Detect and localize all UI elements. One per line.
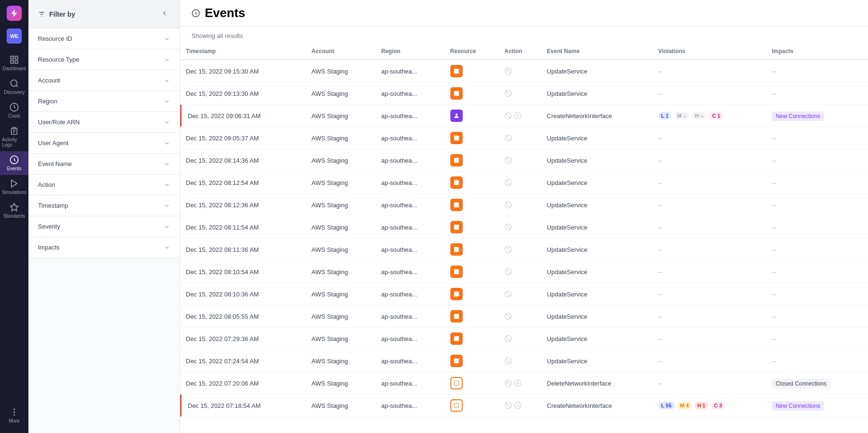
app-logo [7, 6, 22, 21]
sidebar-item-dashboard[interactable]: Dashboard [0, 51, 28, 75]
chevron-down-icon [164, 223, 170, 230]
sidebar-item-more[interactable]: More [0, 404, 28, 427]
sidebar-item-costs[interactable]: Costs [0, 99, 28, 122]
cell-impacts: -- [766, 261, 868, 283]
sidebar-item-activity-logs[interactable]: Activity Logs [0, 122, 28, 151]
violations-dash: -- [658, 157, 663, 164]
table-row[interactable]: Dec 15, 2022 09:05:37 AM AWS Staging ap-… [180, 127, 868, 149]
impact-badge: Closed Connections [772, 379, 830, 388]
svg-marker-10 [11, 180, 17, 187]
cell-event-name: UpdateService [541, 328, 653, 350]
filter-sidebar: Filter by Resource ID Resource Type Acco… [28, 0, 180, 433]
table-row[interactable]: Dec 15, 2022 08:05:55 AM AWS Staging ap-… [180, 305, 868, 328]
svg-rect-39 [454, 203, 459, 208]
cell-impacts: -- [766, 127, 868, 149]
svg-rect-30 [454, 136, 459, 141]
sidebar-item-standards[interactable]: Standards [0, 199, 28, 222]
cell-action [499, 305, 541, 328]
action-icons [504, 313, 535, 320]
action-icons [504, 290, 535, 298]
impacts-dash: -- [772, 179, 776, 186]
cell-timestamp: Dec 15, 2022 08:10:54 AM [180, 261, 306, 283]
violations-cell: L 55M 4H 1C 3 [658, 402, 761, 409]
cell-impacts: -- [766, 350, 868, 372]
sidebar-item-discovery[interactable]: Discovery [0, 75, 28, 99]
table-row[interactable]: Dec 15, 2022 08:11:36 AM AWS Staging ap-… [180, 239, 868, 261]
violations-dash: -- [658, 335, 663, 342]
resource-icon-ecs [450, 243, 463, 256]
table-row[interactable]: Dec 15, 2022 08:12:54 AM AWS Staging ap-… [180, 172, 868, 194]
cell-account: AWS Staging [306, 127, 375, 149]
cell-event-name: CreateNetworkInterface [541, 105, 653, 127]
cell-region: ap-southea... [375, 149, 445, 172]
svg-rect-51 [454, 292, 459, 297]
action-circle-plus-icon [514, 112, 521, 120]
svg-rect-1 [15, 56, 18, 59]
avatar[interactable]: WE [7, 28, 22, 44]
table-row[interactable]: Dec 15, 2022 07:29:36 AM AWS Staging ap-… [180, 328, 868, 350]
table-row[interactable]: Dec 15, 2022 07:24:54 AM AWS Staging ap-… [180, 350, 868, 372]
impacts-dash: -- [772, 202, 776, 209]
cell-impacts: -- [766, 328, 868, 350]
svg-rect-54 [454, 314, 459, 319]
table-row[interactable]: Dec 15, 2022 09:06:31 AM AWS Staging ap-… [180, 105, 868, 127]
cell-action [499, 60, 541, 83]
filter-section-event-name[interactable]: Event Name [28, 154, 180, 175]
events-table: TimestampAccountRegionResourceActionEven… [180, 43, 868, 417]
table-row[interactable]: Dec 15, 2022 08:10:54 AM AWS Staging ap-… [180, 261, 868, 283]
cell-resource [445, 328, 499, 350]
sidebar-item-simulations[interactable]: Simulations [0, 175, 28, 199]
cell-resource [445, 395, 499, 417]
filter-section-action[interactable]: Action [28, 175, 180, 195]
filter-section-region[interactable]: Region [28, 91, 180, 112]
table-row[interactable]: Dec 15, 2022 08:12:36 AM AWS Staging ap-… [180, 194, 868, 216]
cell-resource [445, 372, 499, 395]
svg-line-23 [506, 91, 511, 95]
filter-sections: Resource ID Resource Type Account Region… [28, 28, 180, 433]
table-row[interactable]: Dec 15, 2022 08:11:54 AM AWS Staging ap-… [180, 216, 868, 239]
cell-impacts: -- [766, 239, 868, 261]
cell-action [499, 283, 541, 305]
main-content: Events Showing all results TimestampAcco… [180, 0, 868, 433]
cell-impacts: -- [766, 194, 868, 216]
cell-account: AWS Staging [306, 83, 375, 105]
svg-point-13 [14, 415, 15, 415]
filter-section-impacts[interactable]: Impacts [28, 237, 180, 258]
table-row[interactable]: Dec 15, 2022 08:10:36 AM AWS Staging ap-… [180, 283, 868, 305]
svg-rect-42 [454, 225, 459, 230]
cell-account: AWS Staging [306, 149, 375, 172]
table-row[interactable]: Dec 15, 2022 07:20:06 AM AWS Staging ap-… [180, 372, 868, 395]
filter-section-account[interactable]: Account [28, 70, 180, 91]
chevron-left-icon [161, 9, 168, 17]
events-table-container[interactable]: TimestampAccountRegionResourceActionEven… [180, 43, 868, 433]
cell-account: AWS Staging [306, 239, 375, 261]
table-row[interactable]: Dec 15, 2022 09:15:30 AM AWS Staging ap-… [180, 60, 868, 83]
table-row[interactable]: Dec 15, 2022 08:14:36 AM AWS Staging ap-… [180, 149, 868, 172]
table-row[interactable]: Dec 15, 2022 07:18:54 AM AWS Staging ap-… [180, 395, 868, 417]
action-circle-slash-icon [504, 290, 512, 298]
filter-collapse-button[interactable] [159, 8, 170, 20]
resource-icon-ecs [450, 355, 463, 367]
cell-resource [445, 216, 499, 239]
filter-section-severity[interactable]: Severity [28, 216, 180, 237]
table-row[interactable]: Dec 15, 2022 09:13:30 AM AWS Staging ap-… [180, 83, 868, 105]
svg-line-41 [506, 203, 511, 207]
table-header-row: TimestampAccountRegionResourceActionEven… [180, 43, 868, 60]
filter-section-resource-type[interactable]: Resource Type [28, 49, 180, 70]
svg-line-62 [506, 359, 511, 363]
cell-resource [445, 194, 499, 216]
filter-section-user-agent[interactable]: User Agent [28, 133, 180, 154]
filter-header-left: Filter by [38, 10, 75, 18]
filter-label: Filter by [49, 10, 75, 18]
cell-resource [445, 83, 499, 105]
cell-impacts: -- [766, 216, 868, 239]
cell-violations: -- [653, 194, 767, 216]
violations-dash: -- [658, 358, 663, 365]
filter-section-resource-id[interactable]: Resource ID [28, 28, 180, 49]
filter-section-timestamp[interactable]: Timestamp [28, 195, 180, 216]
cell-impacts: -- [766, 172, 868, 194]
sidebar-item-events[interactable]: Events [0, 151, 28, 175]
filter-section-user-role-arn[interactable]: User/Role ARN [28, 112, 180, 133]
cell-action [499, 216, 541, 239]
action-circle-slash-icon [504, 90, 512, 97]
